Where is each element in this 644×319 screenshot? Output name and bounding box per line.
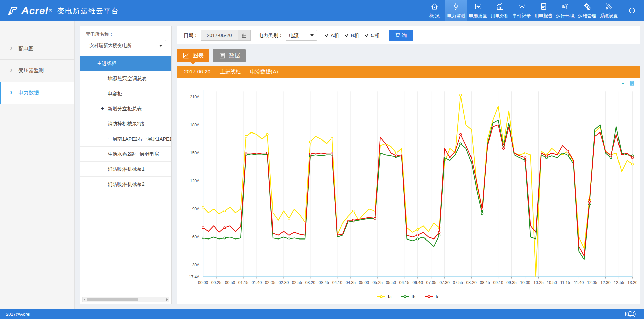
svg-text:150A: 150A [190,151,200,155]
nav-item-label: 用电报告 [535,13,553,19]
gear-icon [583,2,591,11]
tree-node[interactable]: 消防喷淋机械泵2 [80,177,171,192]
svg-text:00:00: 00:00 [198,280,208,285]
expand-plus-icon[interactable]: + [99,105,106,112]
sidebar-item-label: 电力数据 [18,90,39,96]
export-file-icon[interactable] [629,80,635,86]
plug-icon [452,2,460,11]
tree-node-label: 地源热泵空调总表 [108,75,147,82]
nav-item[interactable]: 系统设置 [598,0,620,21]
scroll-right-arrow-icon[interactable] [166,298,168,301]
nav-item[interactable]: 用电报告 [533,0,554,21]
sidebar-item[interactable]: ›变压器监测 [0,60,74,82]
chart-legend: IaIbIc [180,290,637,303]
svg-text:04:35: 04:35 [346,280,356,285]
phase-checkbox[interactable]: C相 [364,32,379,39]
data-point-Ic [610,155,612,157]
tree-node-label: 电容柜 [108,91,122,97]
collapse-minus-icon[interactable]: − [88,60,95,67]
svg-text:30A: 30A [192,263,200,267]
data-point-Ic [266,152,268,154]
svg-text:00:50: 00:50 [225,280,235,285]
tree-node-label: 消防喷淋机械泵2 [108,181,145,188]
sidebar-item-label: 变压器监测 [18,67,44,74]
nav-item[interactable]: 电力监测 [445,0,467,21]
date-label: 日期： [184,32,198,39]
svg-text:12:30: 12:30 [600,280,611,285]
svg-text:180A: 180A [190,122,200,127]
tree-node[interactable]: 一层南1APE2右一层北1APE1左 [80,131,171,147]
station-name-label: 变电所名称： [86,31,166,37]
legend-item-Ib[interactable]: Ib [401,294,416,300]
tree-node[interactable]: 消防喷淋机械泵1 [80,162,171,177]
data-point-Ic [438,231,440,233]
nav-item-label: 事件记录 [513,13,531,19]
data-point-Ia [331,137,333,139]
chevron-down-icon [310,34,314,36]
scrollbar-thumb[interactable] [87,298,138,301]
scroll-left-arrow-icon[interactable] [84,298,85,301]
phase-checkbox[interactable]: B相 [344,32,359,39]
svg-text:11:15: 11:15 [560,280,571,285]
calendar-button[interactable] [238,30,251,41]
tree-node[interactable]: +新增分立柜总表 [80,101,171,116]
tree-node[interactable]: −主进线柜 [80,56,171,71]
data-point-Ic [288,234,290,236]
download-icon[interactable] [620,80,626,86]
notification-bell-button[interactable] [625,309,636,319]
nav-item[interactable]: 电能质量 [467,0,489,21]
tab-chart[interactable]: 图表 [177,49,209,62]
data-point-Ia [631,163,633,165]
station-select-value: 安科瑞新大楼变电所 [89,43,132,49]
data-point-Ia [202,206,204,208]
logout-power-button[interactable] [620,0,644,21]
phase-checkbox[interactable]: A相 [324,32,339,39]
svg-text:12:05: 12:05 [587,280,597,285]
tree-node[interactable]: 地源热泵空调总表 [80,71,171,86]
nav-item[interactable]: 事件记录 [511,0,533,21]
checkbox-icon [324,33,329,38]
svg-text:11:40: 11:40 [574,280,584,285]
nav-item[interactable]: 概 况 [424,0,445,21]
tab-chart-label: 图表 [193,52,204,59]
legend-item-Ic[interactable]: Ic [425,294,439,300]
station-select[interactable]: 安科瑞新大楼变电所 [86,40,166,51]
svg-text:08:20: 08:20 [466,280,477,285]
svg-text:02:05: 02:05 [265,280,276,285]
tree-horizontal-scrollbar[interactable] [82,297,169,302]
power-type-select[interactable]: 电流 [286,30,317,41]
nav-item-label: 系统设置 [600,13,618,19]
svg-text:01:40: 01:40 [252,280,262,285]
bell-icon [625,309,636,319]
svg-text:09:10: 09:10 [493,280,503,285]
copyright-text: 2017@Acrel [6,312,30,317]
data-point-Ia [395,152,397,154]
nav-item[interactable]: 运行环境 [554,0,576,21]
top-nav: 概 况电力监测电能质量用电分析事件记录用电报告运行环境运维管理系统设置 [424,0,620,21]
data-point-Ib [438,234,440,236]
svg-text:13:20: 13:20 [627,280,637,285]
query-button[interactable]: 查 询 [389,30,413,41]
app-title: 变电所运维云平台 [57,6,119,16]
date-input[interactable]: 2017-06-20 [201,30,238,41]
phase-checkbox-group: A相B相C相 [324,32,379,39]
legend-item-Ia[interactable]: Ia [377,294,392,300]
svg-text:03:20: 03:20 [305,280,316,285]
checkbox-icon [364,33,369,38]
nav-item[interactable]: 用电分析 [489,0,511,21]
data-point-Ic [309,153,311,155]
tree-node[interactable]: 消防栓机械泵2路 [80,116,171,131]
sidebar-item[interactable]: ›配电图 [0,38,74,60]
tree-node[interactable]: 生活水泵2路一层弱电房 [80,147,171,162]
tab-data[interactable]: 数据 [213,49,246,62]
tree-node-label: 消防喷淋机械泵1 [108,166,145,172]
acrel-logo-icon [7,6,19,16]
tree-node[interactable]: 电容柜 [80,86,171,101]
svg-text:60A: 60A [192,235,200,240]
nav-item[interactable]: 运维管理 [576,0,598,21]
camera-icon [561,2,569,11]
data-point-Ic [481,208,483,210]
svg-text:01:15: 01:15 [238,280,249,285]
svg-text:02:30: 02:30 [279,280,289,285]
sidebar-item[interactable]: ›电力数据 [0,82,74,104]
